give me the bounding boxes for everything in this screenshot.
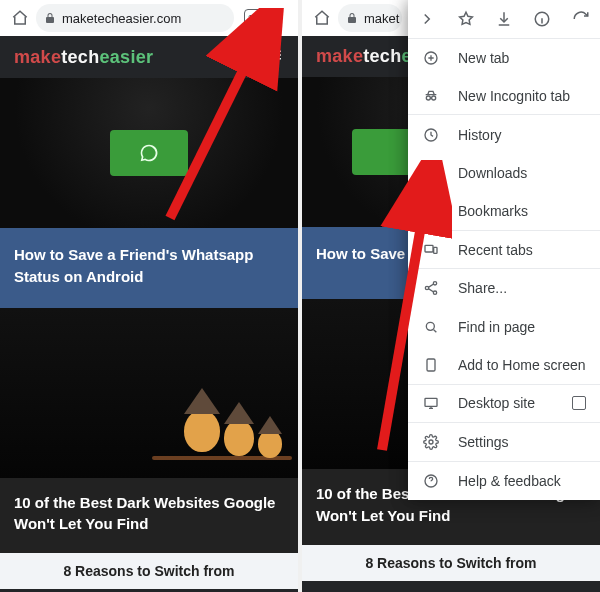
menu-item-incognito[interactable]: New Incognito tab	[408, 77, 600, 116]
menu-label: Settings	[458, 434, 509, 450]
whatsapp-icon	[110, 130, 188, 176]
url-text: maket	[364, 11, 399, 26]
article-hero-image	[0, 78, 298, 228]
menu-item-recent-tabs[interactable]: Recent tabs	[408, 231, 600, 270]
menu-label: Add to Home screen	[458, 357, 586, 373]
left-screenshot: maketecheasier.com 13 maketecheasier How…	[0, 0, 298, 592]
home-icon[interactable]	[8, 6, 32, 30]
search-page-icon	[422, 319, 440, 335]
menu-item-downloads[interactable]: Downloads	[408, 154, 600, 192]
check-underline-icon	[422, 165, 440, 181]
lock-icon	[44, 12, 56, 24]
menu-item-share[interactable]: Share...	[408, 269, 600, 307]
article-card-3[interactable]: 8 Reasons to Switch from	[0, 553, 298, 589]
url-bar: maketecheasier.com 13	[0, 0, 298, 36]
add-home-icon	[422, 357, 440, 373]
menu-toolbar	[408, 0, 600, 39]
download-icon[interactable]	[495, 10, 513, 28]
menu-item-new-tab[interactable]: New tab	[408, 39, 600, 77]
menu-label: Help & feedback	[458, 473, 561, 489]
devices-icon	[422, 242, 440, 258]
desktop-checkbox[interactable]	[572, 396, 586, 410]
menu-item-history[interactable]: History	[408, 115, 600, 153]
svg-rect-10	[434, 247, 437, 253]
menu-label: Downloads	[458, 165, 527, 181]
gear-icon	[422, 434, 440, 450]
article-card-2[interactable]: 10 of the Best Dark Websites Google Won'…	[0, 478, 298, 554]
home-icon[interactable]	[310, 6, 334, 30]
desktop-icon	[422, 395, 440, 411]
site-logo[interactable]: maketecheasier	[14, 47, 153, 68]
plus-circle-icon	[422, 50, 440, 66]
menu-label: Find in page	[458, 319, 535, 335]
reload-icon[interactable]	[572, 10, 590, 28]
svg-point-3	[233, 49, 244, 60]
menu-item-help[interactable]: Help & feedback	[408, 462, 600, 500]
svg-point-2	[279, 22, 282, 25]
svg-point-0	[279, 11, 282, 14]
star-icon	[422, 203, 440, 219]
star-icon[interactable]	[457, 10, 475, 28]
svg-point-17	[429, 440, 433, 444]
svg-rect-16	[425, 399, 437, 407]
right-screenshot: maket maketecheasier How to Save 10 of t…	[302, 0, 600, 592]
lock-icon	[346, 12, 358, 24]
article-hero-image-2	[0, 308, 298, 478]
menu-item-add-home[interactable]: Add to Home screen	[408, 346, 600, 385]
svg-point-14	[426, 322, 434, 330]
menu-label: Share...	[458, 280, 507, 296]
help-icon	[422, 473, 440, 489]
history-icon	[422, 127, 440, 143]
url-text: maketecheasier.com	[62, 11, 181, 26]
menu-item-bookmarks[interactable]: Bookmarks	[408, 192, 600, 231]
search-icon[interactable]	[230, 46, 248, 68]
menu-item-find[interactable]: Find in page	[408, 308, 600, 346]
site-header: maketecheasier	[0, 36, 298, 78]
menu-item-desktop[interactable]: Desktop site	[408, 385, 600, 424]
menu-label: History	[458, 127, 502, 143]
menu-item-settings[interactable]: Settings	[408, 423, 600, 462]
article-card-3[interactable]: 8 Reasons to Switch from	[302, 545, 600, 581]
page-content: maketecheasier How to Save a Friend's Wh…	[0, 36, 298, 592]
incognito-icon	[422, 88, 440, 104]
forward-icon[interactable]	[418, 10, 436, 28]
svg-point-7	[432, 96, 436, 100]
menu-label: Bookmarks	[458, 203, 528, 219]
share-icon	[422, 280, 440, 296]
menu-label: New tab	[458, 50, 509, 66]
menu-label: Desktop site	[458, 395, 535, 411]
svg-point-6	[426, 96, 430, 100]
chrome-overflow-menu: New tab New Incognito tab History Downlo…	[408, 0, 600, 500]
menu-icon[interactable]	[266, 46, 284, 68]
url-field[interactable]: maketecheasier.com	[36, 4, 234, 32]
overflow-menu-button[interactable]	[268, 9, 292, 27]
article-card-1[interactable]: How to Save a Friend's Whatsapp Status o…	[0, 228, 298, 308]
tab-switcher[interactable]: 13	[244, 9, 262, 27]
svg-rect-15	[427, 359, 435, 371]
svg-point-1	[279, 17, 282, 20]
menu-label: New Incognito tab	[458, 88, 570, 104]
url-field[interactable]: maket	[338, 4, 402, 32]
site-logo[interactable]: maketecheasier	[316, 46, 412, 67]
info-icon[interactable]	[533, 10, 551, 28]
menu-label: Recent tabs	[458, 242, 533, 258]
svg-rect-9	[425, 245, 433, 252]
